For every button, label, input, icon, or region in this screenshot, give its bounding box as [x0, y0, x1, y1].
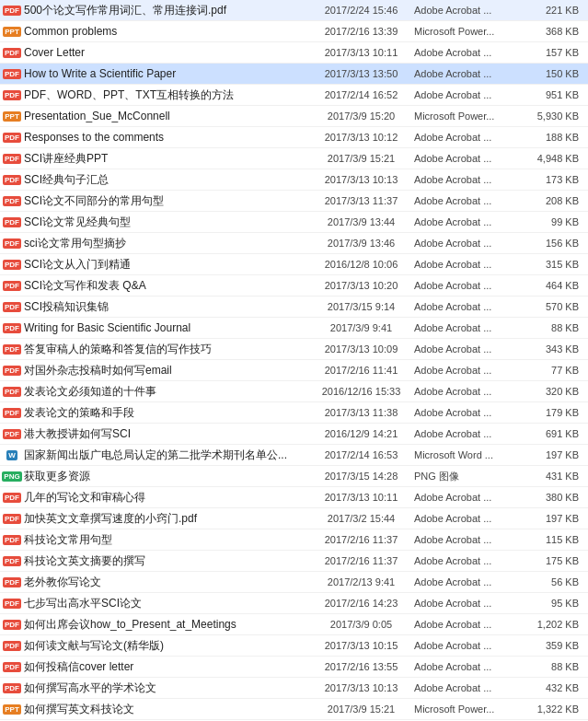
file-date: 2017/3/13 10:12 — [308, 132, 414, 143]
file-size: 432 KB — [520, 682, 584, 693]
file-type: Adobe Acrobat ... — [414, 238, 520, 249]
table-row[interactable]: PDF七步写出高水平SCI论文2017/2/16 14:23Adobe Acro… — [0, 593, 588, 614]
file-type: Adobe Acrobat ... — [414, 216, 520, 227]
file-date: 2017/3/13 11:38 — [308, 407, 414, 418]
table-row[interactable]: PDF答复审稿人的策略和答复信的写作技巧2017/3/13 10:09Adobe… — [0, 339, 588, 360]
table-row[interactable]: PDF500个论文写作常用词汇、常用连接词.pdf2017/2/24 15:46… — [0, 0, 588, 21]
table-row[interactable]: PDF科技论文常用句型2017/2/16 11:37Adobe Acrobat … — [0, 529, 588, 551]
table-row[interactable]: PDF如何撰写高水平的学术论文2017/3/13 10:13Adobe Acro… — [0, 678, 588, 699]
table-row[interactable]: PDFSCI投稿知识集锦2017/3/15 9:14Adobe Acrobat … — [0, 297, 588, 318]
file-name: 500个论文写作常用词汇、常用连接词.pdf — [24, 3, 308, 18]
file-name: 科技论文英文摘要的撰写 — [24, 553, 308, 569]
word-icon: W — [4, 447, 20, 463]
table-row[interactable]: PDF对国外杂志投稿时如何写email2017/2/16 11:41Adobe … — [0, 360, 588, 381]
table-row[interactable]: PNG获取更多资源2017/3/15 14:28PNG 图像431 KB — [0, 466, 588, 487]
file-type: Adobe Acrobat ... — [414, 598, 520, 609]
table-row[interactable]: PDFSCI论文写作和发表 Q&A2017/3/13 10:20Adobe Ac… — [0, 275, 588, 297]
table-row[interactable]: W国家新闻出版广电总局认定的第二批学术期刊名单公...2017/2/14 16:… — [0, 445, 588, 466]
table-row[interactable]: PPTCommon problems2017/2/16 13:39Microso… — [0, 21, 588, 42]
file-size: 5,930 KB — [520, 110, 584, 122]
table-row[interactable]: PDFSCI论文常见经典句型2017/3/9 13:44Adobe Acroba… — [0, 212, 588, 233]
pdf-icon: PDF — [4, 65, 20, 82]
pdf-icon: PDF — [4, 595, 20, 611]
file-size: 4,948 KB — [520, 153, 584, 164]
table-row[interactable]: PDFWriting for Basic Scientific Journal2… — [0, 318, 588, 339]
table-row[interactable]: PDF港大教授讲如何写SCI2016/12/9 14:21Adobe Acrob… — [0, 424, 588, 445]
pdf-icon: PDF — [4, 404, 20, 421]
file-name: 老外教你写论文 — [24, 575, 308, 590]
file-size: 175 KB — [520, 555, 584, 566]
pdf-icon: PDF — [4, 637, 20, 654]
file-date: 2017/3/13 10:13 — [308, 174, 414, 185]
file-size: 173 KB — [520, 174, 584, 185]
file-size: 197 KB — [520, 449, 584, 460]
file-date: 2017/3/15 14:28 — [308, 471, 414, 482]
file-date: 2017/3/9 0:05 — [308, 619, 414, 630]
file-name: 如何撰写高水平的学术论文 — [24, 680, 308, 696]
table-row[interactable]: PDFSCI论文从入门到精通2016/12/8 10:06Adobe Acrob… — [0, 254, 588, 275]
file-name: How to Write a Scientific Paper — [24, 67, 308, 80]
table-row[interactable]: PDFPDF、WORD、PPT、TXT互相转换的方法2017/2/14 16:5… — [0, 85, 588, 106]
pdf-icon: PDF — [4, 235, 20, 251]
file-date: 2017/3/13 10:11 — [308, 47, 414, 58]
table-row[interactable]: PDFHow to Write a Scientific Paper2017/3… — [0, 64, 588, 85]
table-row[interactable]: PDF发表论文的策略和手段2017/3/13 11:38Adobe Acroba… — [0, 402, 588, 424]
pdf-icon: PDF — [4, 298, 20, 315]
pdf-icon: PDF — [4, 425, 20, 442]
file-type: Adobe Acrobat ... — [414, 365, 520, 376]
table-row[interactable]: PDF发表论文必须知道的十件事2016/12/16 15:33Adobe Acr… — [0, 381, 588, 402]
file-date: 2017/3/13 10:20 — [308, 280, 414, 291]
file-type: Adobe Acrobat ... — [414, 534, 520, 545]
file-type: Adobe Acrobat ... — [414, 47, 520, 58]
file-date: 2016/12/16 15:33 — [308, 386, 414, 397]
png-icon: PNG — [4, 468, 20, 484]
table-row[interactable]: PPTPresentation_Sue_McConnell2017/3/9 15… — [0, 106, 588, 127]
file-name: 七步写出高水平SCI论文 — [24, 596, 308, 611]
pdf-icon: PDF — [4, 87, 20, 103]
pdf-icon: PDF — [4, 277, 20, 294]
file-type: Adobe Acrobat ... — [414, 280, 520, 291]
table-row[interactable]: PDFCover Letter2017/3/13 10:11Adobe Acro… — [0, 42, 588, 64]
file-date: 2017/3/2 15:44 — [308, 513, 414, 524]
file-date: 2017/2/16 13:39 — [308, 26, 414, 37]
pdf-icon: PDF — [4, 658, 20, 675]
pdf-icon: PDF — [4, 2, 20, 18]
table-row[interactable]: PDF老外教你写论文2017/2/13 9:41Adobe Acrobat ..… — [0, 572, 588, 593]
file-date: 2017/3/13 10:13 — [308, 682, 414, 693]
file-name: SCI论文常见经典句型 — [24, 215, 308, 230]
table-row[interactable]: PDFSCI论文不同部分的常用句型2017/3/13 11:37Adobe Ac… — [0, 191, 588, 212]
file-date: 2017/2/16 13:55 — [308, 661, 414, 672]
pdf-icon: PDF — [4, 510, 20, 527]
table-row[interactable]: PDFsci论文常用句型摘抄2017/3/9 13:46Adobe Acroba… — [0, 233, 588, 254]
file-date: 2017/3/9 13:46 — [308, 238, 414, 249]
file-name: PDF、WORD、PPT、TXT互相转换的方法 — [24, 87, 308, 103]
table-row[interactable]: PDF如何投稿信cover letter2017/2/16 13:55Adobe… — [0, 657, 588, 678]
table-row[interactable]: PDF加快英文文章撰写速度的小窍门.pdf2017/3/2 15:44Adobe… — [0, 508, 588, 529]
file-size: 368 KB — [520, 26, 584, 37]
table-row[interactable]: PDF如何读文献与写论文(精华版)2017/3/13 10:15Adobe Ac… — [0, 635, 588, 657]
file-name: 对国外杂志投稿时如何写email — [24, 363, 308, 378]
file-size: 431 KB — [520, 471, 584, 482]
table-row[interactable]: PDF如何出席会议how_to_Present_at_Meetings2017/… — [0, 614, 588, 635]
file-type: Adobe Acrobat ... — [414, 386, 520, 397]
table-row[interactable]: PPT如何撰写英文科技论文2017/3/9 15:21Microsoft Pow… — [0, 699, 588, 720]
table-row[interactable]: PDFSCI经典句子汇总2017/3/13 10:13Adobe Acrobat… — [0, 169, 588, 191]
table-row[interactable]: PDF几年的写论文和审稿心得2017/3/13 10:11Adobe Acrob… — [0, 487, 588, 508]
file-list: PDF500个论文写作常用词汇、常用连接词.pdf2017/2/24 15:46… — [0, 0, 588, 721]
file-date: 2017/3/9 13:44 — [308, 216, 414, 227]
table-row[interactable]: PDFResponses to the comments2017/3/13 10… — [0, 127, 588, 148]
file-name: SCI讲座经典PPT — [24, 151, 308, 167]
pdf-icon: PDF — [4, 320, 20, 336]
file-date: 2017/2/24 15:46 — [308, 5, 414, 16]
file-size: 150 KB — [520, 68, 584, 79]
file-size: 197 KB — [520, 513, 584, 524]
table-row[interactable]: PDF科技论文英文摘要的撰写2017/2/16 11:37Adobe Acrob… — [0, 551, 588, 572]
file-type: Adobe Acrobat ... — [414, 407, 520, 418]
file-date: 2017/3/9 9:41 — [308, 322, 414, 333]
table-row[interactable]: PDFSCI讲座经典PPT2017/3/9 15:21Adobe Acrobat… — [0, 148, 588, 169]
file-type: Adobe Acrobat ... — [414, 322, 520, 333]
file-name: 发表论文必须知道的十件事 — [24, 384, 308, 400]
pdf-icon: PDF — [4, 214, 20, 230]
file-size: 179 KB — [520, 407, 584, 418]
pdf-icon: PDF — [4, 44, 20, 61]
